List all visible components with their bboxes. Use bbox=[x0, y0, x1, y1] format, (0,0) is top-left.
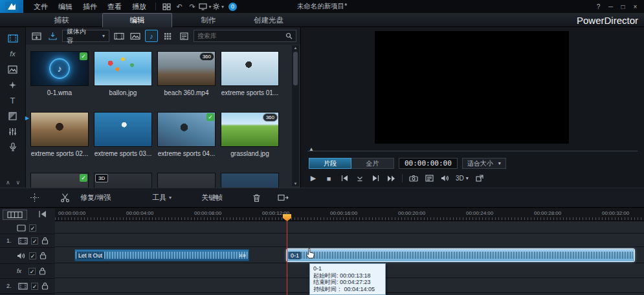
timecode-display[interactable]: 00:00:00:00 bbox=[399, 158, 458, 169]
list-view-button[interactable] bbox=[177, 30, 190, 42]
stop-button[interactable]: ■ bbox=[324, 173, 333, 183]
tools-dropdown-button[interactable]: 工具 ▾ bbox=[152, 193, 172, 202]
sidebar-item-overlay-room[interactable] bbox=[4, 63, 22, 76]
search-input[interactable] bbox=[197, 32, 283, 39]
audio-track-1[interactable]: Let It Out »» 0-1 bbox=[55, 247, 644, 263]
menu-playback[interactable]: 播放 bbox=[127, 2, 151, 12]
media-type-dropdown[interactable]: 媒体内容 ▾ bbox=[62, 30, 109, 42]
media-item[interactable]: extreme sports 03... bbox=[93, 113, 153, 168]
play-button[interactable]: ▶ bbox=[309, 173, 318, 183]
library-scrollbar[interactable]: ▲ ▼ bbox=[292, 45, 299, 186]
audio-clip[interactable]: Let It Out »» bbox=[74, 249, 249, 261]
tab-produce[interactable]: 制作 bbox=[186, 13, 231, 27]
seek-marker-icon[interactable]: ▲ bbox=[309, 146, 314, 152]
tab-edit[interactable]: 编辑 bbox=[102, 13, 172, 27]
keyframe-button[interactable]: 关键帧 bbox=[201, 193, 223, 202]
maximize-button[interactable]: □ bbox=[617, 2, 628, 12]
split-scissors-button[interactable] bbox=[60, 193, 70, 202]
playhead-line[interactable] bbox=[287, 221, 287, 295]
filter-photo-button[interactable] bbox=[129, 30, 142, 42]
undock-preview-button[interactable] bbox=[475, 173, 484, 183]
media-item[interactable]: 3D bbox=[93, 173, 153, 188]
sidebar-item-audio-mixing-room[interactable] bbox=[4, 125, 22, 138]
media-item[interactable]: ♪ ✓ 0-1.wma bbox=[30, 52, 89, 107]
next-frame-button[interactable] bbox=[371, 173, 380, 183]
sidebar-scroll-up-button[interactable]: ∧ bbox=[6, 179, 10, 186]
media-item[interactable]: ✓ bbox=[30, 173, 89, 188]
delete-trash-button[interactable] bbox=[252, 193, 261, 202]
scroll-down-icon[interactable]: ▼ bbox=[294, 182, 298, 186]
fast-forward-button[interactable] bbox=[386, 173, 395, 183]
lock-icon[interactable] bbox=[39, 252, 47, 259]
movie-mode-button[interactable]: 全片 bbox=[351, 158, 394, 169]
previous-frame-button[interactable] bbox=[340, 173, 349, 183]
display-mode-button[interactable]: ▾ bbox=[199, 1, 212, 12]
3d-mode-dropdown[interactable]: 3D ▾ bbox=[456, 175, 469, 182]
help-button[interactable]: ? bbox=[593, 2, 604, 12]
zoom-fit-dropdown[interactable]: 适合大小 ▾ bbox=[462, 158, 506, 169]
lock-icon[interactable] bbox=[39, 267, 46, 275]
snapshot-camera-button[interactable] bbox=[409, 173, 418, 183]
settings-gear-button[interactable]: ▾ bbox=[212, 1, 225, 12]
lock-icon[interactable] bbox=[41, 237, 49, 245]
grid-view-button[interactable] bbox=[161, 30, 174, 42]
menu-view[interactable]: 查看 bbox=[102, 2, 127, 12]
media-item[interactable] bbox=[220, 173, 280, 188]
menu-plugins[interactable]: 插件 bbox=[78, 2, 102, 12]
track-enable-checkbox[interactable]: ✓ bbox=[31, 237, 38, 245]
tab-create-disc[interactable]: 创建光盘 bbox=[241, 13, 296, 27]
sidebar-item-particle-room[interactable] bbox=[4, 78, 22, 91]
media-item[interactable]: extreme sports 02... bbox=[30, 113, 89, 168]
lock-icon[interactable] bbox=[41, 282, 49, 290]
timeline-ruler[interactable]: 00:00:00:00 00:00:04:00 00:00:08:00 00:0… bbox=[55, 208, 644, 221]
tab-capture[interactable]: 捕获 bbox=[39, 13, 84, 27]
volume-button[interactable] bbox=[440, 173, 449, 183]
track-enable-checkbox[interactable]: ✓ bbox=[31, 283, 38, 290]
menu-edit[interactable]: 编辑 bbox=[53, 2, 78, 12]
filter-music-button[interactable]: ♪ bbox=[145, 30, 158, 42]
track-enable-checkbox[interactable]: ✓ bbox=[28, 268, 36, 275]
app-logo-icon[interactable] bbox=[0, 0, 23, 13]
media-item[interactable]: extreme sports 01... bbox=[220, 52, 280, 107]
produce-range-button[interactable] bbox=[278, 193, 289, 202]
clip-mode-button[interactable]: 片段 bbox=[309, 158, 351, 169]
sidebar-item-effect-room[interactable]: fx bbox=[4, 47, 22, 60]
media-item[interactable]: 360 grassland.jpg bbox=[220, 113, 280, 168]
search-icon[interactable] bbox=[285, 32, 293, 39]
sidebar-item-title-room[interactable]: T bbox=[4, 94, 22, 107]
preview-quality-button[interactable] bbox=[425, 173, 434, 183]
seek-option-button[interactable] bbox=[355, 173, 364, 183]
import-media-button[interactable] bbox=[30, 30, 43, 42]
close-button[interactable]: × bbox=[630, 2, 641, 12]
sidebar-scroll-down-button[interactable]: ∨ bbox=[16, 179, 21, 186]
timeline-view-toggle-button[interactable] bbox=[3, 210, 27, 220]
video-preview[interactable] bbox=[375, 31, 569, 144]
media-item[interactable] bbox=[157, 173, 216, 188]
sidebar-item-transition-room[interactable] bbox=[4, 109, 22, 122]
fix-enhance-button[interactable]: 修复/增强 bbox=[80, 193, 111, 202]
selection-tool-button[interactable] bbox=[30, 193, 39, 202]
sidebar-item-media-room[interactable] bbox=[4, 32, 22, 45]
filter-video-button[interactable] bbox=[113, 30, 126, 42]
track-enable-checkbox[interactable]: ✓ bbox=[29, 252, 36, 259]
redo-button[interactable]: ↷ bbox=[186, 1, 199, 12]
video-track-1[interactable] bbox=[55, 234, 644, 247]
scroll-up-icon[interactable]: ▲ bbox=[294, 46, 298, 50]
minimize-button[interactable]: ─ bbox=[605, 2, 616, 12]
download-media-button[interactable] bbox=[46, 30, 59, 42]
menu-file[interactable]: 文件 bbox=[28, 2, 53, 12]
marker-track[interactable] bbox=[55, 221, 644, 234]
undo-button[interactable]: ↶ bbox=[173, 1, 186, 12]
media-item[interactable]: ✓ extreme sports 04... bbox=[157, 113, 216, 168]
scrollbar-thumb[interactable] bbox=[293, 52, 298, 85]
track-enable-checkbox[interactable]: ✓ bbox=[29, 224, 36, 232]
panel-expand-icon[interactable]: ▶ bbox=[25, 115, 29, 121]
rooms-grid-icon[interactable] bbox=[160, 1, 173, 12]
notification-badge[interactable]: 0 bbox=[228, 3, 237, 11]
sidebar-item-voiceover-room[interactable] bbox=[4, 140, 22, 153]
go-to-start-button[interactable] bbox=[38, 210, 47, 218]
preview-seek-bar[interactable] bbox=[307, 151, 638, 151]
audio-clip-selected[interactable]: 0-1 bbox=[287, 249, 634, 261]
media-item[interactable]: 360 beach 360.mp4 bbox=[157, 52, 216, 107]
media-item[interactable]: ballon.jpg bbox=[93, 52, 153, 107]
